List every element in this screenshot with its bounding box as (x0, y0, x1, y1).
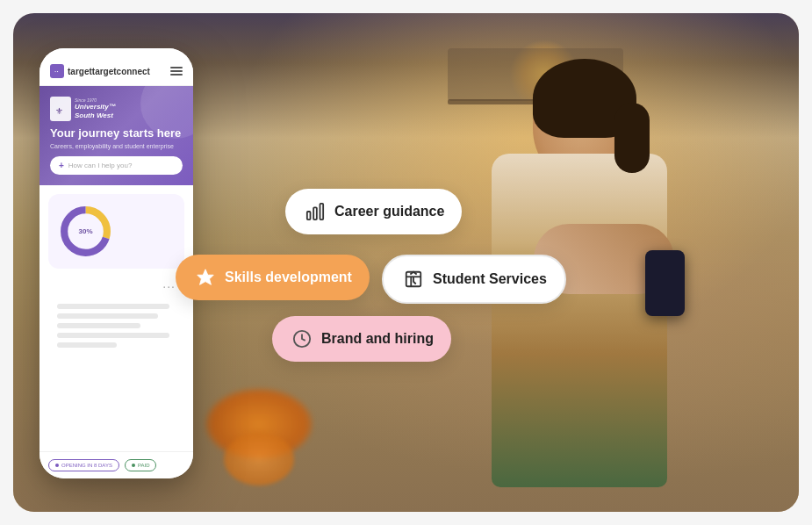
brand-hiring-label: Brand and hiring (321, 331, 434, 347)
bubble-career-guidance[interactable]: Career guidance (285, 189, 462, 234)
bubble-skills-development[interactable]: Skills development (176, 255, 370, 300)
chart-section: 30% (48, 194, 184, 269)
person-body (492, 154, 667, 487)
career-guidance-label: Career guidance (334, 204, 444, 219)
hero-title: Your journey starts here (50, 126, 183, 140)
content-line-1 (57, 304, 169, 309)
three-dots-menu[interactable]: ··· (48, 276, 184, 297)
svg-marker-6 (198, 270, 213, 284)
skills-development-icon (193, 265, 218, 290)
footer-badge-opening: OPENING IN 8 DAYS (48, 459, 119, 471)
phone-mockup: targettargetconnect Since 1970 Universit… (40, 48, 193, 478)
university-name: University™South West (75, 103, 116, 119)
phone-content: 30% ··· (40, 185, 193, 368)
bubble-brand-hiring[interactable]: Brand and hiring (272, 316, 451, 362)
bubble-student-services[interactable]: Student Services (382, 255, 566, 304)
phone-footer: OPENING IN 8 DAYS PAID (40, 451, 193, 478)
footer-dot-purple (55, 464, 59, 467)
logo-text: targettargetconnect (68, 67, 150, 76)
student-services-icon (401, 267, 426, 291)
donut-chart: 30% (57, 203, 114, 260)
phone-in-hand (645, 250, 685, 316)
hero-subtitle: Careers, employability and student enter… (50, 143, 183, 149)
main-container: targettargetconnect Since 1970 Universit… (13, 13, 799, 512)
university-tree-icon (55, 102, 66, 116)
hamburger-line-1 (170, 67, 183, 68)
phone-search-bar[interactable]: + How can I help you? (50, 156, 183, 175)
university-text: Since 1970 University™South West (75, 97, 116, 119)
career-guidance-icon (303, 199, 327, 224)
hamburger-icon[interactable] (170, 67, 183, 76)
footer-badge-paid-label: PAID (138, 463, 150, 468)
hamburger-line-3 (170, 74, 183, 76)
svg-rect-4 (313, 207, 317, 219)
university-logo: Since 1970 University™South West (50, 97, 183, 121)
content-line-3 (57, 323, 140, 328)
donut-percentage-label: 30% (78, 227, 92, 235)
footer-badge-paid: PAID (125, 459, 157, 471)
content-lines (48, 297, 184, 359)
content-line-2 (57, 313, 158, 319)
content-line-5 (57, 342, 117, 348)
phone-logo: targettargetconnect (50, 64, 150, 78)
search-placeholder-text: How can I help you? (68, 162, 133, 169)
student-services-label: Student Services (433, 271, 547, 287)
skills-development-label: Skills development (225, 270, 352, 285)
hamburger-line-2 (170, 70, 183, 72)
svg-rect-5 (320, 204, 324, 219)
university-icon (50, 97, 71, 121)
phone-notch (90, 48, 143, 59)
footer-dot-green (132, 464, 135, 467)
orange-blob-2 (224, 433, 294, 485)
search-plus-icon: + (59, 161, 64, 170)
svg-rect-3 (307, 212, 311, 219)
logo-icon (50, 64, 64, 78)
person-hair (533, 59, 636, 138)
brand-hiring-icon (290, 327, 314, 351)
phone-hero: Since 1970 University™South West Your jo… (40, 86, 193, 185)
footer-badge-opening-label: OPENING IN 8 DAYS (61, 463, 112, 468)
content-line-4 (57, 333, 169, 338)
